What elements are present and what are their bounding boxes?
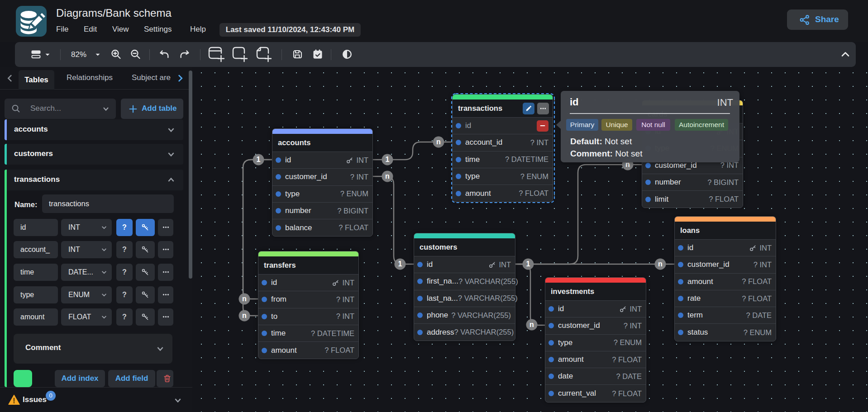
svg-text:n: n: [658, 260, 663, 268]
svg-text:n: n: [385, 172, 390, 180]
svg-text:1: 1: [257, 156, 261, 163]
svg-text:n: n: [242, 295, 247, 303]
svg-text:n: n: [242, 312, 247, 319]
svg-text:1: 1: [398, 260, 402, 268]
svg-text:n: n: [436, 138, 441, 146]
svg-text:n: n: [529, 321, 534, 328]
svg-text:1: 1: [386, 156, 390, 163]
svg-text:1: 1: [526, 260, 530, 268]
